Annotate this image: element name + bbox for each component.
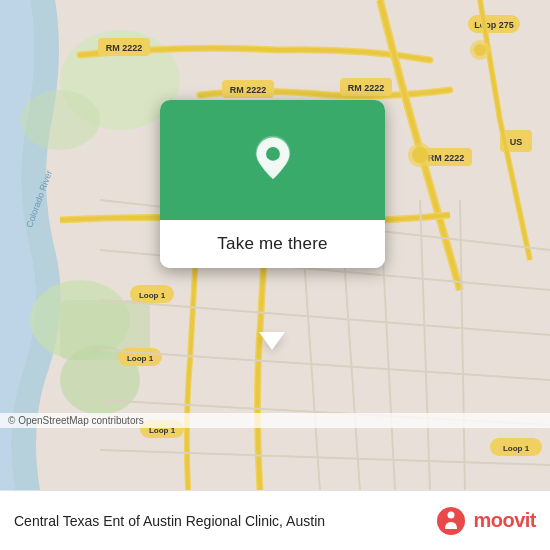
- take-me-there-button[interactable]: Take me there: [160, 220, 385, 268]
- map-container: RM 2222 RM 2222 RM 2222 RM 2222 Loop 275…: [0, 0, 550, 490]
- svg-text:Loop 275: Loop 275: [474, 20, 514, 30]
- copyright-text: © OpenStreetMap contributors: [0, 413, 550, 428]
- svg-text:RM 2222: RM 2222: [230, 85, 267, 95]
- svg-point-39: [412, 147, 428, 163]
- location-title: Central Texas Ent of Austin Regional Cli…: [14, 513, 435, 529]
- popup-tail: [259, 332, 285, 350]
- svg-text:Loop 1: Loop 1: [139, 291, 166, 300]
- popup-card: Take me there: [160, 100, 385, 268]
- svg-point-44: [437, 507, 465, 535]
- svg-text:RM 2222: RM 2222: [106, 43, 143, 53]
- svg-text:RM 2222: RM 2222: [348, 83, 385, 93]
- svg-text:Loop 1: Loop 1: [503, 444, 530, 453]
- svg-text:Loop 1: Loop 1: [127, 354, 154, 363]
- bottom-bar: Central Texas Ent of Austin Regional Cli…: [0, 490, 550, 550]
- svg-point-43: [266, 147, 280, 161]
- moovit-logo: moovit: [435, 505, 536, 537]
- location-pin-icon: [247, 134, 299, 186]
- popup-green-area: [160, 100, 385, 220]
- svg-text:US: US: [510, 137, 523, 147]
- svg-text:RM 2222: RM 2222: [428, 153, 465, 163]
- moovit-text: moovit: [473, 509, 536, 532]
- moovit-icon: [435, 505, 467, 537]
- svg-point-45: [448, 511, 455, 518]
- svg-point-41: [474, 44, 486, 56]
- svg-point-5: [20, 90, 100, 150]
